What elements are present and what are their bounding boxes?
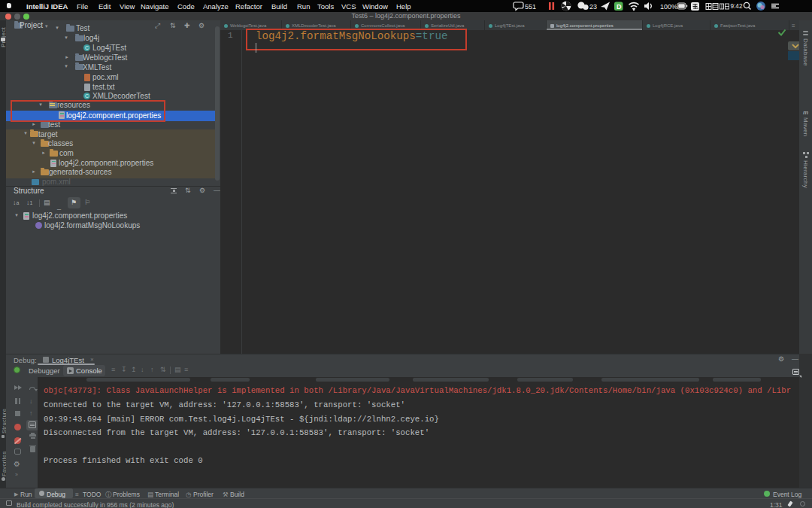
svg-text:100%: 100%	[660, 3, 677, 11]
svg-text:551: 551	[525, 3, 536, 11]
svg-text:D: D	[617, 3, 622, 11]
svg-text:23: 23	[589, 3, 597, 11]
svg-text:9:42: 9:42	[731, 3, 743, 10]
